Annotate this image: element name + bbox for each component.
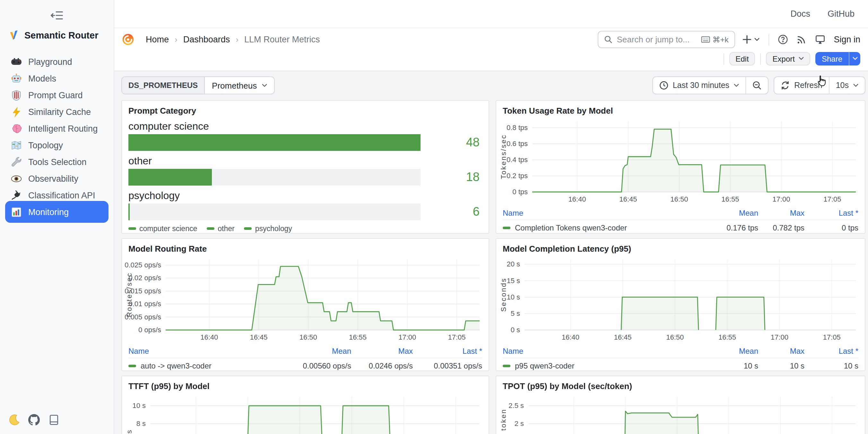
sidebar-item-playground[interactable]: Playground [5,53,108,70]
grafana-logo-icon[interactable] [122,33,134,45]
sidebar-item-monitoring[interactable]: Monitoring [5,201,108,223]
book-icon[interactable] [48,414,60,426]
series-name[interactable]: p95 qwen3-coder [503,362,699,370]
panel-title: TPOT (p95) by Model (sec/token) [496,376,865,392]
share-menu-caret[interactable] [849,52,860,65]
bar-fill [128,169,212,186]
legend-item[interactable]: computer science [128,225,197,232]
panel-title: Model Routing Rate [122,239,489,254]
legend-row: auto -> qwen3-coder0.00560 ops/s0.0246 o… [128,358,482,371]
sidebar-item-topology[interactable]: Topology [5,137,108,153]
legend-header-max[interactable]: Max [758,347,804,356]
sidebar-item-models[interactable]: Models [5,70,108,87]
series-color-dash-icon [503,227,510,229]
svg-text:0.4 tps: 0.4 tps [506,156,528,164]
series-color-dash-icon [244,227,252,230]
timeseries-chart[interactable]: 0 s0.5 s1 s1.5 s2 s2.5 s16:4016:4516:501… [499,392,861,434]
sidebar-item-intelligent-routing[interactable]: Intelligent Routing [5,120,108,137]
legend-header-last[interactable]: Last * [804,209,858,218]
chevron-down-icon [734,81,739,90]
bar-row: 6 [128,204,482,220]
legend-header-last[interactable]: Last * [413,347,482,356]
legend-item-label: other [218,225,234,232]
search-input[interactable]: Search or jump to... ⌘+k [597,31,735,48]
refresh-button[interactable]: Refresh [774,77,829,94]
brand: Semantic Router [0,30,114,40]
legend-item[interactable]: other [207,225,234,232]
sidebar-item-observability[interactable]: Observability [5,170,108,187]
sidebar-item-label: Similarity Cache [28,107,91,117]
robot-icon [11,73,22,84]
breadcrumb-item-dashboards[interactable]: Dashboards [183,35,230,44]
legend-header-mean[interactable]: Mean [279,347,351,356]
sidebar-collapse-icon[interactable] [51,10,63,21]
timeseries-chart[interactable]: 0 s2 s4 s6 s8 s10 s16:4016:4516:5016:551… [125,392,485,434]
github-link[interactable]: GitHub [828,9,855,19]
legend-table: NameMeanMaxLast *Completion Tokens qwen3… [496,207,865,234]
svg-text:16:50: 16:50 [666,333,684,341]
zoom-out-button[interactable] [745,77,768,94]
series-color-dash-icon [128,227,136,230]
dashboard-body: DS_PROMETHEUS Prometheus Last 30 minutes [114,71,868,434]
timeseries-chart[interactable]: 0 ops/s0.005 ops/s0.01 ops/s0.015 ops/s0… [125,254,485,345]
timeseries-chart[interactable]: 0 tps0.2 tps0.4 tps0.6 tps0.8 tps16:4016… [499,116,861,207]
svg-text:Tokens/sec: Tokens/sec [499,134,507,179]
edit-button[interactable]: Edit [729,52,755,65]
github-icon[interactable] [28,414,40,426]
refresh-interval-picker[interactable]: 10s [829,77,865,94]
search-placeholder: Search or jump to... [617,35,689,44]
breadcrumb-item-home[interactable]: Home [146,35,169,44]
svg-text:0.01 ops/s: 0.01 ops/s [128,300,161,308]
bar-track [128,134,421,151]
svg-text:2.5 s: 2.5 s [508,402,524,410]
legend-item[interactable]: psychology [244,225,292,232]
keyboard-icon [701,36,710,43]
export-button[interactable]: Export [766,52,810,65]
time-range-picker[interactable]: Last 30 minutes [653,77,746,94]
svg-text:20 s: 20 s [506,260,520,268]
series-value: 10 s [699,362,758,370]
svg-text:Seconds: Seconds [499,278,507,312]
brand-name: Semantic Router [24,30,98,40]
chevron-down-icon [754,35,759,44]
sidebar-item-label: Models [28,73,56,83]
timeseries-chart[interactable]: 0 s5 s10 s15 s20 s16:4016:4516:5016:5517… [499,254,861,345]
sign-in-button[interactable]: Sign in [834,35,860,44]
legend-header-name[interactable]: Name [503,347,699,356]
legend-item-label: psychology [255,225,292,232]
map-icon [11,140,22,151]
series-name[interactable]: auto -> qwen3-coder [128,362,279,370]
sidebar-item-tools-selection[interactable]: Tools Selection [5,153,108,170]
docs-link[interactable]: Docs [790,9,810,19]
legend-header-name[interactable]: Name [503,209,699,218]
sidebar: Semantic Router PlaygroundModelsPrompt G… [0,0,114,434]
zoom-out-icon [752,81,762,90]
legend-header-name[interactable]: Name [128,347,279,356]
sidebar-item-label: Intelligent Routing [28,124,98,133]
datasource-select[interactable]: Prometheus [205,77,274,94]
breadcrumb-item-llm-router-metrics[interactable]: LLM Router Metrics [244,35,320,44]
series-value: 10 s [804,362,858,370]
legend-header-max[interactable]: Max [351,347,413,356]
sidebar-item-similarity-cache[interactable]: Similarity Cache [5,103,108,120]
new-button[interactable] [742,35,759,44]
svg-text:Seconds per token: Seconds per token [499,409,507,434]
legend-header-max[interactable]: Max [758,209,804,218]
series-value: 0.176 tps [699,223,758,232]
kiosk-monitor-icon[interactable] [815,35,825,44]
legend-header-mean[interactable]: Mean [699,347,758,356]
series-name[interactable]: Completion Tokens qwen3-coder [503,223,699,232]
news-rss-icon[interactable] [797,35,806,44]
moon-icon[interactable] [8,414,20,426]
share-button[interactable]: Share [815,52,860,65]
sidebar-item-prompt-guard[interactable]: Prompt Guard [5,87,108,103]
svg-text:17:05: 17:05 [823,333,841,341]
datasource-picker: DS_PROMETHEUS Prometheus [121,76,275,94]
breadcrumb: Home›Dashboards›LLM Router Metrics [146,35,320,44]
sidebar-item-label: Tools Selection [28,157,87,166]
help-icon[interactable] [778,35,787,44]
plus-icon [742,35,751,44]
legend-header-last[interactable]: Last * [804,347,858,356]
svg-text:0 ops/s: 0 ops/s [138,326,161,334]
legend-header-mean[interactable]: Mean [699,209,758,218]
